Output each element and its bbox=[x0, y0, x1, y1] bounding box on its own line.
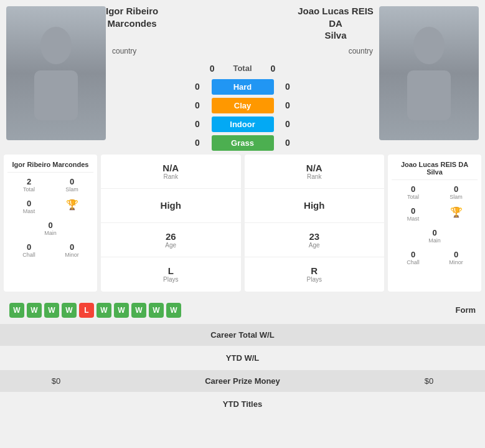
form-badge-3: W bbox=[62, 303, 77, 318]
right-main-stat: 0 Main bbox=[392, 226, 478, 245]
names-line: Igor Ribeiro Marcondes Joao Lucas REIS D… bbox=[106, 0, 379, 47]
right-main-val: 0 bbox=[432, 228, 436, 237]
left-main-stat: 0 Main bbox=[7, 219, 93, 238]
form-badge-6: W bbox=[114, 303, 129, 318]
left-plays-val: L bbox=[168, 265, 174, 276]
right-slam-stat: 0 Slam bbox=[435, 183, 478, 202]
form-badge-1: W bbox=[27, 303, 42, 318]
right-player-card: Joao Lucas REIS DA Silva 0 Total 0 Slam … bbox=[388, 155, 481, 292]
right-rank-cell: N/A Rank bbox=[245, 155, 385, 189]
scores-surfaces: country country 0 Total 0 0 Hard 0 0 bbox=[106, 47, 379, 151]
right-minor-lbl: Minor bbox=[449, 259, 463, 265]
left-age-cell: 26 Age bbox=[101, 223, 241, 257]
right-silhouette-icon bbox=[401, 24, 457, 123]
top-layout: Igor Ribeiro Marcondes Joao Lucas REIS D… bbox=[0, 0, 485, 151]
left-total-lbl: Total bbox=[23, 186, 35, 193]
left-slam-val: 0 bbox=[70, 177, 74, 186]
left-player-name: Igor Ribeiro Marcondes bbox=[106, 5, 158, 29]
left-main-lbl: Main bbox=[44, 230, 57, 236]
career-prize-label: Career Prize Money bbox=[103, 376, 382, 386]
left-high-val: High bbox=[161, 200, 181, 211]
right-player-photo bbox=[379, 6, 479, 140]
form-badge-5: W bbox=[97, 303, 111, 318]
hard-right-score: 0 bbox=[283, 82, 293, 92]
ytd-titles-label: YTD Titles bbox=[103, 399, 382, 409]
surface-row-grass: 0 Grass 0 bbox=[193, 135, 293, 151]
ytd-wl-label: YTD W/L bbox=[103, 353, 382, 363]
surface-row-hard: 0 Hard 0 bbox=[193, 79, 293, 95]
left-chall-stat: 0 Chall bbox=[7, 241, 50, 260]
career-total-row: Career Total W/L bbox=[0, 324, 485, 346]
right-plays-cell: R Plays bbox=[245, 257, 385, 292]
career-prize-left: $0 bbox=[9, 376, 103, 386]
left-detail-card: N/A Rank High 26 Age L Plays bbox=[101, 155, 241, 292]
left-plays-cell: L Plays bbox=[101, 257, 241, 292]
right-player-name: Joao Lucas REIS DA Silva bbox=[292, 5, 379, 42]
right-total-stat: 0 Total bbox=[392, 183, 435, 202]
right-trophy-icon: 🏆 bbox=[450, 206, 463, 218]
svg-rect-1 bbox=[34, 70, 78, 120]
right-main-lbl: Main bbox=[428, 237, 441, 244]
left-trophy-icon: 🏆 bbox=[66, 199, 78, 211]
grass-left-score: 0 bbox=[193, 138, 202, 148]
right-rank-val: N/A bbox=[306, 163, 323, 173]
form-badge-8: W bbox=[149, 303, 164, 318]
svg-point-0 bbox=[40, 27, 72, 64]
right-plays-val: R bbox=[311, 265, 318, 276]
left-total-stat: 2 Total bbox=[7, 175, 50, 194]
ytd-wl-row: YTD W/L bbox=[0, 347, 485, 369]
right-age-lbl: Age bbox=[309, 242, 320, 249]
svg-point-2 bbox=[413, 27, 445, 64]
right-chall-val: 0 bbox=[411, 250, 415, 259]
grass-badge: Grass bbox=[212, 135, 274, 151]
hard-left-score: 0 bbox=[193, 82, 202, 92]
form-label: Form bbox=[456, 305, 476, 315]
main-container: Igor Ribeiro Marcondes Joao Lucas REIS D… bbox=[0, 0, 485, 415]
total-label: Total bbox=[233, 64, 252, 73]
left-player-card: Igor Ribeiro Marcondes 2 Total 0 Slam 0 … bbox=[4, 155, 97, 292]
form-row: WWWWLWWWWW Form bbox=[0, 298, 485, 323]
right-rank-lbl: Rank bbox=[307, 173, 321, 180]
right-minor-stat: 0 Minor bbox=[435, 248, 478, 267]
right-country: country bbox=[349, 47, 373, 55]
left-player-photo bbox=[6, 6, 106, 140]
right-total-val: 0 bbox=[411, 184, 415, 194]
surface-row-clay: 0 Clay 0 bbox=[193, 98, 293, 113]
right-player-photo-area bbox=[379, 0, 485, 151]
right-mast-val: 0 bbox=[411, 206, 415, 216]
left-total-val: 2 bbox=[27, 177, 31, 186]
left-rank-val: N/A bbox=[162, 163, 179, 173]
cards-row: Igor Ribeiro Marcondes 2 Total 0 Slam 0 … bbox=[0, 151, 485, 292]
left-slam-stat: 0 Slam bbox=[50, 175, 93, 194]
center-area: Igor Ribeiro Marcondes Joao Lucas REIS D… bbox=[106, 0, 379, 151]
left-mast-stat: 0 Mast bbox=[7, 197, 50, 216]
svg-rect-3 bbox=[407, 70, 451, 120]
form-badges-left: WWWWLWWWWW bbox=[9, 303, 450, 318]
left-trophy-icon-area: 🏆 bbox=[50, 197, 93, 216]
clay-left-score: 0 bbox=[193, 100, 202, 110]
left-minor-stat: 0 Minor bbox=[50, 241, 93, 260]
career-total-label: Career Total W/L bbox=[103, 330, 382, 340]
total-score-row: 0 Total 0 bbox=[210, 61, 276, 76]
left-mast-val: 0 bbox=[27, 199, 31, 208]
indoor-badge: Indoor bbox=[212, 117, 274, 132]
left-chall-lbl: Chall bbox=[22, 252, 35, 258]
clay-badge: Clay bbox=[212, 98, 274, 113]
right-age-val: 23 bbox=[309, 231, 319, 242]
right-mast-lbl: Mast bbox=[407, 216, 420, 222]
left-slam-lbl: Slam bbox=[65, 186, 78, 193]
form-badge-4: L bbox=[79, 303, 94, 318]
left-silhouette-icon bbox=[28, 24, 84, 123]
right-mast-stat: 0 Mast bbox=[392, 204, 435, 224]
right-age-cell: 23 Age bbox=[245, 223, 385, 257]
ytd-titles-row: YTD Titles bbox=[0, 393, 485, 415]
right-chall-lbl: Chall bbox=[407, 259, 420, 265]
indoor-left-score: 0 bbox=[193, 119, 202, 129]
center-detail-cards: N/A Rank High 26 Age L Plays N/A bbox=[101, 155, 384, 292]
right-slam-lbl: Slam bbox=[450, 194, 463, 200]
form-badge-0: W bbox=[9, 303, 24, 318]
left-player-photo-area bbox=[0, 0, 106, 151]
left-minor-val: 0 bbox=[70, 242, 74, 252]
left-high-cell: High bbox=[101, 189, 241, 223]
career-prize-row: $0 Career Prize Money $0 bbox=[0, 370, 485, 392]
